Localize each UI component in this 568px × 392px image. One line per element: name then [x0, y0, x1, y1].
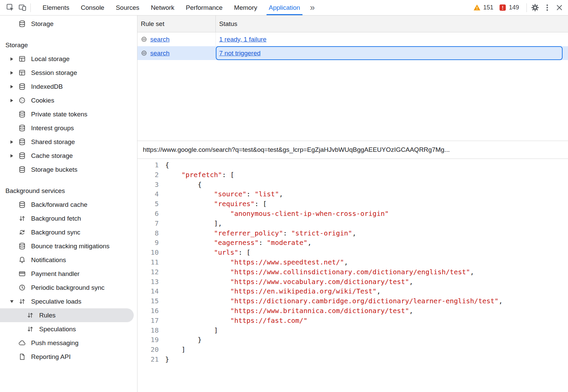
- close-icon: [555, 3, 564, 12]
- device-toolbar-icon: [18, 3, 27, 12]
- expander-triangle-icon[interactable]: [5, 85, 18, 88]
- sidebar-item-label: Private state tokens: [31, 111, 87, 118]
- sidebar-item-private-state-tokens[interactable]: Private state tokens: [0, 107, 137, 121]
- column-header-status[interactable]: Status: [216, 16, 568, 32]
- database-icon: [18, 110, 26, 118]
- code-lines: { "prefetch": [ { "source": "list", "req…: [159, 160, 502, 392]
- rule-set-link[interactable]: search: [150, 36, 170, 43]
- sidebar-list: Storage Storage Local storage Session st…: [0, 17, 137, 364]
- rule-set-json-viewer[interactable]: 123456789101112131415161718192021 { "pre…: [137, 159, 568, 392]
- settings-button[interactable]: [529, 2, 541, 14]
- tab-console[interactable]: Console: [75, 0, 110, 15]
- sidebar-item-label: Background sync: [31, 229, 80, 236]
- line-number: 11: [137, 257, 159, 267]
- code-line: "https://www.speedtest.net/",: [165, 257, 502, 267]
- sidebar-item-label: Speculations: [39, 326, 76, 333]
- line-number: 18: [137, 326, 159, 335]
- tab-elements[interactable]: Elements: [37, 0, 75, 15]
- sidebar-item-background-sync[interactable]: Background sync: [0, 225, 137, 239]
- line-number: 17: [137, 316, 159, 326]
- sidebar-item-session-storage[interactable]: Session storage: [0, 66, 137, 80]
- sync-icon: [18, 228, 26, 236]
- sidebar-item-interest-groups[interactable]: Interest groups: [0, 121, 137, 135]
- sidebar-item-background-fetch[interactable]: Background fetch: [0, 212, 137, 225]
- code-line: {: [165, 160, 502, 170]
- inspect-cursor-button[interactable]: [4, 2, 16, 14]
- status-cell[interactable]: 7 not triggered: [216, 46, 563, 60]
- errors-counter[interactable]: 149: [499, 4, 519, 11]
- sidebar-item-storage[interactable]: Storage: [0, 17, 137, 31]
- line-number: 4: [137, 189, 159, 199]
- tab-application[interactable]: Application: [263, 0, 306, 15]
- close-devtools-button[interactable]: [553, 2, 565, 14]
- sidebar-item-label: Push messaging: [31, 339, 78, 347]
- expander-triangle-icon[interactable]: [5, 57, 18, 61]
- tab-sources[interactable]: Sources: [110, 0, 145, 15]
- code-line: ],: [165, 219, 502, 228]
- line-number: 14: [137, 286, 159, 296]
- sidebar-item-storage-buckets[interactable]: Storage buckets: [0, 163, 137, 176]
- sidebar-item-cache-storage[interactable]: Cache storage: [0, 149, 137, 163]
- rule-set-link[interactable]: search: [150, 50, 170, 57]
- clock-icon: [18, 284, 26, 291]
- sidebar-item-notifications[interactable]: Notifications: [0, 253, 137, 267]
- sidebar-item-back-forward-cache[interactable]: Back/forward cache: [0, 198, 137, 212]
- sidebar-item-bounce-tracking-mitigations[interactable]: Bounce tracking mitigations: [0, 239, 137, 253]
- line-number: 6: [137, 209, 159, 219]
- tab-strip: ElementsConsoleSourcesNetworkPerformance…: [37, 0, 306, 15]
- sidebar-item-label: Rules: [39, 312, 56, 319]
- sidebar-item-speculative-loads[interactable]: Speculative loads: [0, 295, 137, 308]
- tab-memory[interactable]: Memory: [228, 0, 263, 15]
- tab-performance[interactable]: Performance: [180, 0, 228, 15]
- database-icon: [18, 83, 26, 90]
- gear-icon: [531, 3, 539, 12]
- sidebar-item-payment-handler[interactable]: Payment handler: [0, 267, 137, 281]
- rule-set-row[interactable]: search 7 not triggered: [137, 46, 568, 60]
- sidebar-item-shared-storage[interactable]: Shared storage: [0, 135, 137, 149]
- more-options-button[interactable]: [541, 2, 553, 14]
- sidebar-item-indexeddb[interactable]: IndexedDB: [0, 80, 137, 93]
- rule-set-source-bar: https://www.google.com/search?q=test&oq=…: [137, 141, 568, 159]
- code-line: "https://en.wikipedia.org/wiki/Test",: [165, 286, 502, 296]
- error-icon: [499, 4, 507, 11]
- sidebar-item-label: Interest groups: [31, 124, 74, 132]
- sidebar-item-reporting-api[interactable]: Reporting API: [0, 350, 137, 364]
- sidebar-item-rules[interactable]: Rules: [0, 308, 134, 322]
- sidebar-item-speculations[interactable]: Speculations: [0, 322, 137, 336]
- code-line: "https://www.britannica.com/dictionary/t…: [165, 306, 502, 316]
- sidebar-item-cookies[interactable]: Cookies: [0, 93, 137, 107]
- expander-triangle-icon[interactable]: [5, 99, 18, 102]
- speculation-rules-icon: [141, 36, 147, 43]
- sidebar-item-local-storage[interactable]: Local storage: [0, 52, 137, 66]
- code-line: {: [165, 180, 502, 190]
- database-icon: [18, 201, 26, 208]
- sidebar-item-push-messaging[interactable]: Push messaging: [0, 336, 137, 350]
- toolbar-divider: [30, 3, 31, 12]
- expander-triangle-icon[interactable]: [5, 300, 18, 303]
- rule-set-cell[interactable]: search: [137, 46, 216, 60]
- expander-triangle-icon[interactable]: [5, 140, 18, 144]
- expander-triangle-icon[interactable]: [5, 71, 18, 75]
- more-tabs-button[interactable]: »: [306, 2, 319, 13]
- line-number: 16: [137, 306, 159, 316]
- sidebar-section-background-services: Background services: [0, 184, 137, 198]
- updown-icon: [18, 215, 26, 222]
- device-toolbar-button[interactable]: [16, 2, 28, 14]
- database-icon: [18, 124, 26, 132]
- code-line: "prefetch": [: [165, 170, 502, 180]
- database-icon: [18, 20, 26, 28]
- tab-network[interactable]: Network: [145, 0, 180, 15]
- database-icon: [18, 138, 26, 146]
- expander-triangle-icon[interactable]: [5, 154, 18, 158]
- warnings-counter[interactable]: 151: [473, 4, 493, 11]
- status-link[interactable]: 7 not triggered: [219, 50, 261, 57]
- status-cell[interactable]: 1 ready, 1 failure: [216, 32, 563, 46]
- column-header-rule-set[interactable]: Rule set: [137, 16, 216, 32]
- sidebar-item-periodic-background-sync[interactable]: Periodic background sync: [0, 281, 137, 295]
- status-link[interactable]: 1 ready, 1 failure: [219, 36, 266, 43]
- code-line: "https://dictionary.cambridge.org/dictio…: [165, 296, 502, 306]
- line-number: 7: [137, 219, 159, 228]
- rule-set-row[interactable]: search 1 ready, 1 failure: [137, 32, 568, 46]
- database-icon: [18, 166, 26, 173]
- rule-set-cell[interactable]: search: [137, 32, 216, 46]
